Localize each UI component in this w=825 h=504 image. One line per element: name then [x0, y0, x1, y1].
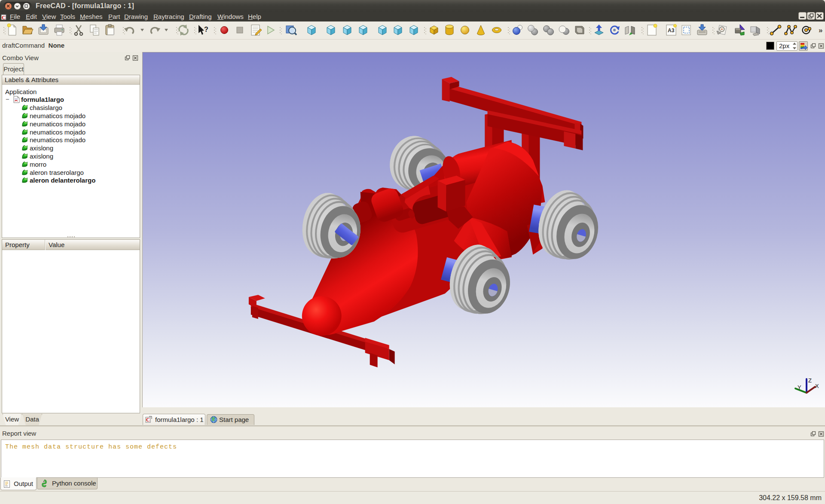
svg-text:?: ? — [204, 26, 208, 33]
svg-text:X: X — [815, 383, 819, 389]
svg-text:Z: Z — [808, 377, 812, 384]
svg-text:Y: Y — [798, 384, 801, 391]
svg-text:»: » — [819, 26, 822, 34]
svg-text:C: C — [146, 417, 150, 423]
svg-text:C: C — [2, 14, 6, 21]
svg-text:A3: A3 — [668, 27, 675, 34]
